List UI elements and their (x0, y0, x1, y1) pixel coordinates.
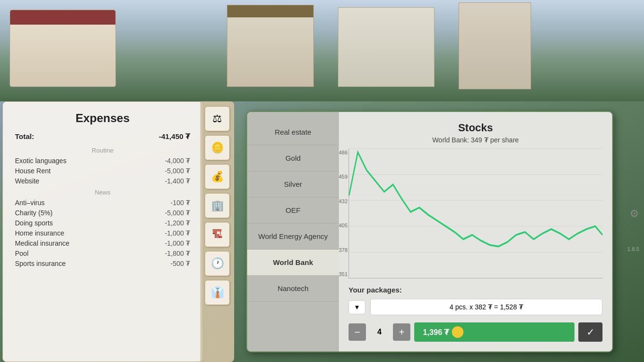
expense-label: Doing sports (15, 219, 53, 227)
packages-label: Your packages: (349, 286, 602, 294)
y-label-351: 351 (331, 271, 348, 277)
expense-label: Website (15, 177, 39, 185)
stocks-panel: Real estate Gold Silver OEF World Energy… (246, 111, 613, 352)
building2-icon[interactable]: 🏗 (205, 222, 230, 247)
category-world-bank[interactable]: World Bank (247, 250, 339, 276)
stock-chart: 486 459 432 405 378 351 (349, 149, 602, 278)
building-1 (10, 10, 116, 87)
stock-categories-list: Real estate Gold Silver OEF World Energy… (247, 112, 339, 351)
city-scene (0, 0, 644, 101)
expense-amount: -5,000 ₮ (165, 209, 190, 217)
expense-amount: -4,000 ₮ (165, 157, 190, 165)
expenses-total-row: Total: -41,450 ₮ (15, 132, 190, 141)
buy-controls: − 4 + 1,396 ₮ ✓ (349, 322, 602, 342)
confirm-button[interactable]: ✓ (578, 322, 602, 342)
building-3 (338, 7, 434, 87)
coins-down-icon[interactable]: 💰 (205, 164, 230, 189)
chart-subtitle: World Bank: 349 ₮ per share (349, 136, 602, 144)
chart-y-labels: 486 459 432 405 378 351 (331, 149, 348, 278)
y-label-405: 405 (331, 223, 348, 228)
chart-title: Stocks (349, 122, 602, 134)
quantity-plus-button[interactable]: + (393, 323, 410, 341)
balance-icon[interactable]: ⚖ (205, 106, 230, 131)
expense-label: Charity (5%) (15, 209, 53, 217)
packages-dropdown[interactable]: ▼ (349, 300, 365, 314)
expense-house-rent: House Rent -5,000 ₮ (15, 167, 190, 175)
packages-section: Your packages: ▼ 4 pcs. x 382 ₮ = 1,528 … (349, 286, 602, 342)
building-4 (459, 2, 531, 89)
clock-icon[interactable]: 🕐 (205, 251, 230, 276)
quantity-display: 4 (370, 328, 389, 336)
coins-up-icon[interactable]: 🪙 (205, 135, 230, 160)
expense-amount: -1,800 ₮ (165, 250, 190, 257)
y-label-486: 486 (331, 150, 348, 155)
expense-amount: -1,000 ₮ (165, 239, 190, 247)
expense-label: Home insurance (15, 229, 64, 237)
coin-icon (452, 326, 463, 338)
right-sidebar: ⚖ 🪙 💰 🏢 🏗 🕐 👔 (200, 101, 234, 362)
expense-amount: -500 ₮ (170, 260, 190, 267)
expense-label: Exotic languages (15, 157, 67, 165)
expense-charity: Charity (5%) -5,000 ₮ (15, 209, 190, 217)
tie-icon[interactable]: 👔 (205, 280, 230, 305)
category-nanotech[interactable]: Nanotech (247, 276, 339, 302)
category-real-estate[interactable]: Real estate (247, 119, 339, 145)
category-gold[interactable]: Gold (247, 145, 339, 171)
expense-amount: -1,400 ₮ (165, 177, 190, 185)
total-value: -41,450 ₮ (159, 132, 190, 141)
buy-price-button[interactable]: 1,396 ₮ (414, 322, 574, 342)
category-oef[interactable]: OEF (247, 197, 339, 223)
expense-label: Anti–virus (15, 199, 44, 207)
expense-label: House Rent (15, 167, 51, 175)
y-label-378: 378 (331, 247, 348, 253)
expense-doing-sports: Doing sports -1,200 ₮ (15, 219, 190, 227)
dropdown-arrow-icon: ▼ (354, 304, 360, 311)
expense-amount: -100 ₮ (170, 199, 190, 207)
expense-medical-insurance: Medical insurance -1,000 ₮ (15, 239, 190, 247)
quantity-minus-button[interactable]: − (349, 323, 366, 341)
expense-antivirus: Anti–virus -100 ₮ (15, 199, 190, 207)
category-world-energy-agency[interactable]: World Energy Agency (247, 223, 339, 250)
version-label: 1.8.5 (628, 246, 639, 252)
expense-label: Medical insurance (15, 239, 70, 247)
packages-value: 4 pcs. x 382 ₮ = 1,528 ₮ (370, 299, 602, 315)
news-section-label: News (15, 189, 190, 196)
building-icon[interactable]: 🏢 (205, 193, 230, 218)
chart-svg (349, 149, 602, 278)
packages-row: ▼ 4 pcs. x 382 ₮ = 1,528 ₮ (349, 299, 602, 315)
expense-pool: Pool -1,800 ₮ (15, 250, 190, 257)
expense-exotic-languages: Exotic languages -4,000 ₮ (15, 157, 190, 165)
total-label: Total: (15, 132, 34, 141)
settings-gear-icon[interactable]: ⚙ (630, 208, 639, 220)
chart-area: Stocks World Bank: 349 ₮ per share 486 4… (339, 112, 612, 351)
expense-home-insurance: Home insurance -1,000 ₮ (15, 229, 190, 237)
building-2 (227, 5, 314, 87)
y-label-432: 432 (331, 198, 348, 204)
routine-section-label: Routine (15, 147, 190, 154)
price-label: 1,396 ₮ (423, 328, 449, 337)
expense-amount: -5,000 ₮ (165, 167, 190, 175)
y-label-459: 459 (331, 174, 348, 180)
expense-amount: -1,200 ₮ (165, 219, 190, 227)
stock-line (349, 152, 602, 246)
expenses-panel: Expenses Total: -41,450 ₮ Routine Exotic… (2, 101, 203, 362)
expense-website: Website -1,400 ₮ (15, 177, 190, 185)
expense-label: Sports insurance (15, 260, 66, 267)
expense-label: Pool (15, 250, 28, 257)
expenses-title: Expenses (15, 111, 190, 125)
expense-sports-insurance: Sports insurance -500 ₮ (15, 260, 190, 267)
expense-amount: -1,000 ₮ (165, 229, 190, 237)
category-silver[interactable]: Silver (247, 171, 339, 197)
